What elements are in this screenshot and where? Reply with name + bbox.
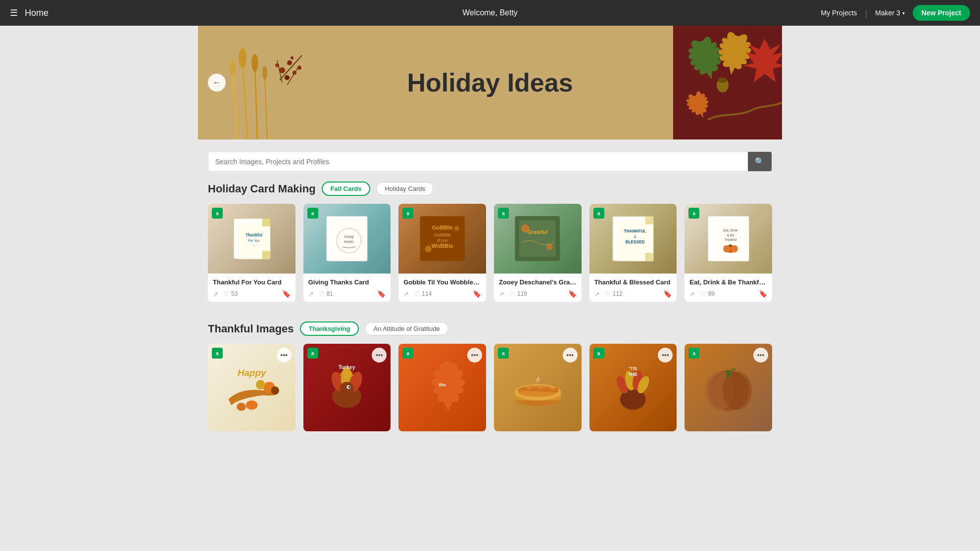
section-title-holiday: Holiday Card Making <box>208 183 316 195</box>
image-more-menu[interactable]: ••• <box>563 348 578 363</box>
svg-point-11 <box>285 75 290 80</box>
image-card-item[interactable]: Happy <box>208 344 295 431</box>
card-item[interactable]: GoBBle GoBBle til you WoBBle a <box>398 204 486 302</box>
svg-text:Happy: Happy <box>238 367 267 378</box>
card-name: Giving Thanks Card <box>308 278 386 286</box>
hero-wheat-decoration <box>218 41 317 139</box>
bookmark-icon[interactable]: 🔖 <box>377 290 386 298</box>
tag-holiday-cards[interactable]: Holiday Cards <box>376 182 434 195</box>
tag-thanksgiving[interactable]: Thanksgiving <box>300 321 359 336</box>
svg-text:Giving: Giving <box>344 235 354 239</box>
bookmark-icon[interactable]: 🔖 <box>473 290 481 298</box>
share-icon[interactable]: ↗ <box>689 290 695 298</box>
hero-title: Holiday Ideas <box>407 68 573 97</box>
chevron-down-icon: ▾ <box>902 10 905 16</box>
bookmark-icon[interactable]: 🔖 <box>759 290 767 298</box>
section-title-thankful: Thankful Images <box>208 322 294 335</box>
image-card-item[interactable]: a ••• <box>685 344 772 431</box>
tag-attitude-gratitude[interactable]: An Attitude of Gratitude <box>365 322 448 335</box>
share-group: ↗ <box>499 290 504 298</box>
card-badge: a <box>307 208 318 219</box>
image-card-item[interactable]: the a ••• <box>398 344 486 431</box>
share-icon[interactable]: ↗ <box>499 290 504 298</box>
card-name: Thankful & Blessed Card <box>594 278 672 286</box>
svg-text:For You: For You <box>248 239 259 242</box>
header-divider: | <box>865 8 868 18</box>
svg-text:Grateful: Grateful <box>528 229 548 235</box>
svg-point-39 <box>425 246 431 252</box>
cards-grid-holiday: Thankful For You • a Thankful For You Ca… <box>208 204 772 302</box>
svg-point-65 <box>271 386 279 394</box>
image-card-item[interactable]: Turkey & PIE a ••• <box>303 344 391 431</box>
hero-back-button[interactable]: ← <box>208 74 226 92</box>
svg-text:🥧: 🥧 <box>535 376 540 382</box>
heart-icon[interactable]: ♡ <box>700 290 706 298</box>
home-title: Home <box>25 8 49 18</box>
new-project-button[interactable]: New Project <box>913 5 970 21</box>
heart-icon[interactable]: ♡ <box>223 290 229 298</box>
hamburger-icon[interactable]: ☰ <box>10 7 18 18</box>
card-actions: ↗ ♡ 81 🔖 <box>308 290 386 298</box>
image-card-image: 'TIS THE a ••• <box>589 344 677 431</box>
image-more-menu[interactable]: ••• <box>277 348 292 363</box>
heart-icon[interactable]: ♡ <box>509 290 515 298</box>
tag-fall-cards[interactable]: Fall Cards <box>322 182 371 196</box>
holiday-card-section: Holiday Card Making Fall Cards Holiday C… <box>208 182 772 302</box>
bookmark-icon[interactable]: 🔖 <box>663 290 672 298</box>
app-header: ☰ Home Welcome, Betty My Projects | Make… <box>0 0 980 26</box>
image-card-item[interactable]: 'TIS THE a ••• <box>589 344 677 431</box>
search-input[interactable] <box>208 153 748 171</box>
card-item[interactable]: Thankful For You • a Thankful For You Ca… <box>208 204 295 302</box>
image-badge: a <box>212 348 223 359</box>
svg-point-60 <box>731 245 737 253</box>
svg-point-67 <box>237 403 246 411</box>
share-icon[interactable]: ↗ <box>308 290 314 298</box>
svg-line-17 <box>287 65 299 85</box>
card-badge: a <box>212 208 223 219</box>
search-wrapper: 🔍 <box>208 151 772 172</box>
share-icon[interactable]: ↗ <box>213 290 218 298</box>
share-icon[interactable]: ↗ <box>403 290 409 298</box>
card-badge: a <box>593 208 604 219</box>
card-item[interactable]: Grateful a Zooey Deschanel's Grateful ..… <box>494 204 582 302</box>
svg-point-7 <box>262 66 267 80</box>
card-name: Zooey Deschanel's Grateful ... <box>499 278 577 286</box>
card-item[interactable]: Eat, Drink & Be Thankful <box>685 204 772 302</box>
svg-text:til you: til you <box>437 238 448 243</box>
search-button[interactable]: 🔍 <box>748 152 772 171</box>
my-projects-link[interactable]: My Projects <box>821 9 857 17</box>
svg-point-1 <box>239 48 246 68</box>
heart-icon[interactable]: ♡ <box>414 290 420 298</box>
image-card-item[interactable]: 🥧 a ••• <box>494 344 582 431</box>
svg-rect-61 <box>729 244 731 247</box>
bookmark-icon[interactable]: 🔖 <box>568 290 577 298</box>
image-card-image: Happy <box>208 344 295 431</box>
svg-line-6 <box>265 75 267 139</box>
bookmark-icon[interactable]: 🔖 <box>282 290 291 298</box>
card-image-wrapper: Grateful a <box>494 204 582 274</box>
svg-text:GoBBle: GoBBle <box>432 225 453 231</box>
like-group: ♡ 99 <box>700 290 714 298</box>
svg-rect-48 <box>645 216 653 224</box>
card-item[interactable]: Giving thanks a Giving Thanks Card <box>303 204 391 302</box>
card-item[interactable]: THANKFUL & BLESSED a Thankful & Blessed … <box>589 204 677 302</box>
svg-text:•: • <box>253 244 254 247</box>
card-badge: a <box>498 208 509 219</box>
share-group: ↗ <box>308 290 314 298</box>
share-group: ↗ <box>594 290 600 298</box>
maker-selector[interactable]: Maker 3 ▾ <box>875 9 905 17</box>
heart-icon[interactable]: ♡ <box>319 290 325 298</box>
section-header-thankful: Thankful Images Thanksgiving An Attitude… <box>208 321 772 336</box>
svg-text:Turkey: Turkey <box>339 364 355 370</box>
card-actions: ↗ ♡ 114 🔖 <box>403 290 481 298</box>
svg-point-72 <box>340 382 354 396</box>
like-count: 53 <box>231 290 238 297</box>
svg-line-0 <box>243 60 247 139</box>
heart-icon[interactable]: ♡ <box>605 290 611 298</box>
image-badge: a <box>402 348 413 359</box>
share-icon[interactable]: ↗ <box>594 290 600 298</box>
share-group: ↗ <box>689 290 695 298</box>
images-grid-thankful: Happy <box>208 344 772 431</box>
svg-point-40 <box>454 226 459 231</box>
svg-point-44 <box>521 225 529 232</box>
